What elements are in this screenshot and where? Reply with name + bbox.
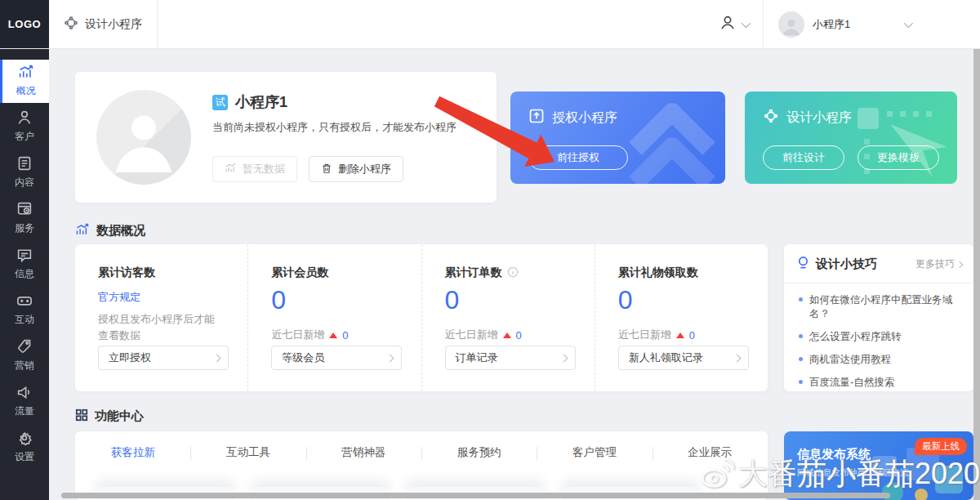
- change-template-label: 更换模板: [877, 150, 920, 165]
- sidebar-item-messages[interactable]: 信息: [0, 243, 49, 286]
- triangle-up-icon: [329, 333, 337, 338]
- chevron-right-icon: [733, 354, 741, 362]
- chart-line-icon: [18, 65, 34, 82]
- stat-orders: 累计订单数 0 近七日新增0 订单记录: [421, 244, 595, 391]
- miniprogram-profile-card: 试 小程序1 当前尚未授权小程序，只有授权后，才能发布小程序 暂无数据 删除小程…: [75, 72, 497, 203]
- tab-enterprise-display[interactable]: 企业展示: [653, 445, 768, 460]
- more-tips-link[interactable]: 更多技巧: [915, 257, 962, 271]
- stat-visitors: 累计访客数 官方规定 授权且发布小程序后才能查看数据 立即授权: [75, 244, 247, 391]
- tip-item[interactable]: 商机雷达使用教程: [799, 353, 962, 367]
- info-publish-banner[interactable]: 信息发布系统 同城信息发布种类、社区交流 最新上线: [784, 431, 973, 500]
- device-clock-icon: [16, 202, 33, 219]
- stat-members: 累计会员数 0 近七日新增0 等级会员: [247, 244, 421, 391]
- gamepad-icon: [16, 293, 33, 310]
- trash-icon: [321, 163, 332, 176]
- vertical-scrollbar[interactable]: [973, 49, 980, 500]
- no-data-label: 暂无数据: [243, 162, 285, 176]
- trend-label: 近七日新增: [618, 328, 671, 342]
- change-template-button[interactable]: 更换模板: [858, 145, 939, 170]
- sidebar-item-settings[interactable]: 设置: [0, 426, 49, 469]
- trend-value: 0: [342, 329, 348, 342]
- tip-item[interactable]: 如何在微信小程序中配置业务域名？: [799, 293, 962, 321]
- go-authorize-button[interactable]: 前往授权: [528, 145, 628, 170]
- stats-card: 累计访客数 官方规定 授权且发布小程序后才能查看数据 立即授权 累计会员数 0 …: [75, 244, 768, 391]
- trend-label: 近七日新增: [445, 328, 498, 342]
- chevron-down-icon: [904, 18, 913, 27]
- delete-miniprogram-button[interactable]: 删除小程序: [309, 156, 403, 182]
- sidebar-item-marketing[interactable]: 营销: [0, 334, 49, 377]
- sidebar-label: 设置: [15, 450, 34, 464]
- document-icon: [16, 156, 33, 173]
- gift-records-button[interactable]: 新人礼领取记录: [618, 346, 749, 370]
- go-design-label: 前往设计: [782, 150, 825, 165]
- sidebar-item-content[interactable]: 内容: [0, 151, 49, 194]
- stat-title: 累计访客数: [98, 266, 155, 280]
- sidebar-label: 信息: [15, 267, 34, 281]
- stat-value: 0: [445, 285, 595, 315]
- logo: LOGO: [0, 0, 49, 48]
- tab-interaction-tools[interactable]: 互动工具: [190, 445, 305, 460]
- design-deco: [826, 92, 957, 184]
- tips-title: 设计小技巧: [816, 257, 915, 272]
- official-rules-link[interactable]: 官方规定: [98, 290, 247, 305]
- order-records-button[interactable]: 订单记录: [445, 346, 576, 370]
- design-tips-card: 设计小技巧 更多技巧 如何在微信小程序中配置业务域名？ 怎么设置小程序跳转 商机…: [784, 244, 973, 391]
- bullet-dot: [799, 297, 803, 301]
- sidebar-item-traffic[interactable]: 流量: [0, 380, 49, 423]
- topnav-design-miniprogram[interactable]: 设计小程序: [49, 0, 158, 48]
- banner-subtitle: 同城信息发布种类、社区交流: [797, 467, 909, 479]
- delete-miniprogram-label: 删除小程序: [338, 162, 391, 176]
- user-menu[interactable]: [704, 0, 763, 48]
- info-icon: [507, 266, 519, 280]
- miniprogram-title: 小程序1: [235, 92, 287, 112]
- authorize-title: 授权小程序: [552, 109, 617, 127]
- more-tips-label: 更多技巧: [915, 257, 955, 271]
- authorize-icon: [528, 108, 545, 127]
- sidebar-label: 互动: [15, 313, 34, 327]
- profile-avatar: [96, 90, 191, 185]
- authorize-now-label: 立即授权: [109, 350, 151, 365]
- chat-bubble-icon: [16, 248, 33, 265]
- member-levels-button[interactable]: 等级会员: [271, 346, 402, 370]
- tip-item[interactable]: 百度流量-自然搜索: [799, 376, 962, 390]
- tab-acquisition[interactable]: 获客拉新: [75, 445, 190, 460]
- sidebar-item-services[interactable]: 服务: [0, 197, 49, 240]
- tab-service-booking[interactable]: 服务预约: [421, 445, 537, 460]
- chevron-right-icon: [386, 354, 394, 362]
- bullet-dot: [799, 357, 803, 361]
- design-gear-icon: [64, 16, 78, 33]
- topbar: LOGO 设计小程序 小程序1: [0, 0, 980, 49]
- tab-customer-management[interactable]: 客户管理: [537, 445, 652, 460]
- sidebar-item-overview[interactable]: 概况: [0, 60, 49, 103]
- tip-item[interactable]: 怎么设置小程序跳转: [799, 330, 962, 344]
- function-center-header: 功能中心: [75, 408, 144, 424]
- stat-gifts: 累计礼物领取数 0 近七日新增0 新人礼领取记录: [595, 244, 768, 391]
- gear-icon: [16, 431, 33, 448]
- stat-desc-line1: 授权且发布小程序后才能: [98, 313, 215, 325]
- chevron-right-icon: [956, 261, 963, 267]
- account-avatar: [778, 11, 804, 38]
- sidebar-label: 概况: [16, 84, 36, 98]
- tab-marketing-tools[interactable]: 营销神器: [306, 445, 421, 460]
- design-promo-card: 设计小程序 前往设计 更换模板: [745, 92, 957, 184]
- person-icon: [16, 110, 33, 127]
- stat-title: 累计会员数: [271, 266, 328, 280]
- go-design-button[interactable]: 前往设计: [763, 145, 844, 170]
- member-levels-label: 等级会员: [282, 350, 324, 365]
- lamp-icon: [797, 256, 809, 273]
- horizontal-scrollbar[interactable]: [61, 493, 890, 498]
- sidebar-label: 服务: [15, 221, 34, 235]
- sidebar-item-interaction[interactable]: 互动: [0, 288, 49, 332]
- chart-mini-icon: [225, 163, 237, 176]
- tip-text: 百度流量-自然搜索: [809, 376, 894, 390]
- trend-label: 近七日新增: [271, 328, 324, 342]
- chart-line-icon: [75, 223, 90, 239]
- account-menu[interactable]: 小程序1: [764, 0, 980, 48]
- no-data-button[interactable]: 暂无数据: [212, 156, 297, 182]
- trend-value: 0: [689, 329, 695, 342]
- miniprogram-desc: 当前尚未授权小程序，只有授权后，才能发布小程序: [212, 120, 475, 135]
- go-authorize-label: 前往授权: [557, 150, 599, 165]
- authorize-now-button[interactable]: 立即授权: [98, 346, 229, 370]
- function-center-card: 获客拉新 互动工具 营销神器 服务预约 客户管理 企业展示: [75, 431, 768, 500]
- sidebar-item-customers[interactable]: 客户: [0, 105, 49, 149]
